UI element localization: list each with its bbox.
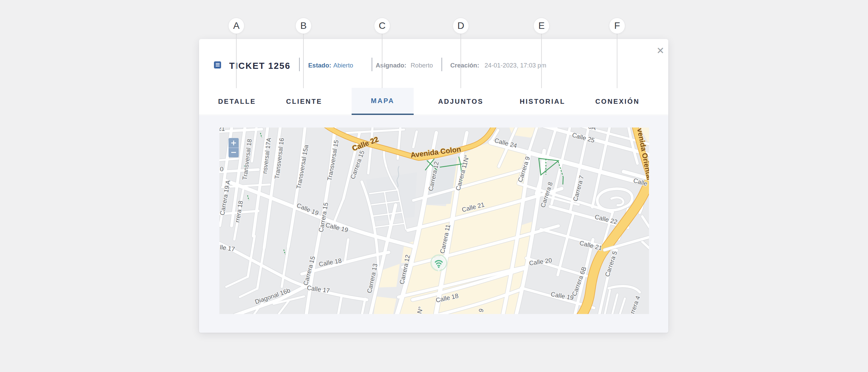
svg-text:21: 21 [219,128,225,132]
svg-text:0: 0 [220,165,223,173]
